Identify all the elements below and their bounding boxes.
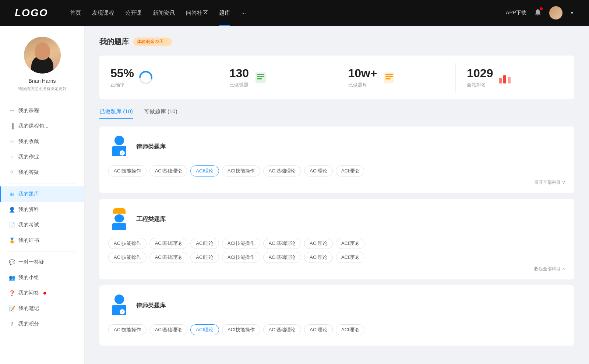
sidebar-item-notes[interactable]: 📝 我的笔记 bbox=[0, 301, 84, 316]
group-icon: 👥 bbox=[9, 275, 15, 281]
profile-avatar bbox=[24, 37, 61, 74]
tag-1-2[interactable]: ACI基础理论 bbox=[149, 165, 188, 176]
stat-done-questions: 130 已做试题 bbox=[218, 63, 337, 92]
tag-2-11[interactable]: ACI技能操作 bbox=[222, 252, 260, 263]
done-banks-icon bbox=[382, 70, 396, 85]
tag-2-9[interactable]: ACI基础理论 bbox=[149, 252, 188, 263]
sidebar-item-topic-bank[interactable]: ⊞ 我的题库 bbox=[0, 186, 84, 202]
sidebar-menu: ▭ 我的课程 ▐ 我的课程包... ☆ 我的收藏 ≡ 我的作业 ? 我的答疑 ⊞ bbox=[0, 99, 84, 335]
nav-home[interactable]: 首页 bbox=[70, 8, 81, 18]
trial-badge: 体验剩余23天！ bbox=[133, 38, 172, 46]
tag-1-7[interactable]: ACI理论 bbox=[336, 165, 364, 176]
nav-qa[interactable]: 问答社区 bbox=[186, 8, 208, 18]
note-icon: 📝 bbox=[9, 306, 15, 311]
stat-done-banks: 10w+ 已做题库 bbox=[337, 63, 456, 92]
tag-2-8[interactable]: ACI技能操作 bbox=[108, 252, 147, 263]
svg-rect-11 bbox=[503, 75, 506, 83]
tag-3-2[interactable]: ACI基础理论 bbox=[149, 324, 188, 335]
avatar-image bbox=[24, 37, 61, 74]
logo: LOGO bbox=[15, 7, 48, 19]
profile-motto: 错误的决定比没有决定要好 bbox=[18, 86, 67, 92]
tag-3-5[interactable]: ACI基础理论 bbox=[263, 324, 301, 335]
tag-2-3[interactable]: ACI理论 bbox=[190, 238, 219, 249]
stat-done-banks-value: 10w+ bbox=[348, 67, 377, 80]
topic-3-tags: ACI技能操作 ACI基础理论 ACI理论 ACI技能操作 ACI基础理论 AC… bbox=[108, 324, 565, 335]
sidebar-item-course-package[interactable]: ▐ 我的课程包... bbox=[0, 118, 84, 134]
topic-3-title: 律师类题库 bbox=[136, 302, 166, 310]
nav-news[interactable]: 新闻资讯 bbox=[153, 8, 175, 18]
menu-divider-1 bbox=[7, 183, 77, 183]
profile-name: Brian Harris bbox=[29, 78, 56, 84]
tab-done-banks[interactable]: 已做题库 (10) bbox=[99, 108, 133, 119]
tag-2-6[interactable]: ACI理论 bbox=[304, 238, 333, 249]
tag-1-5[interactable]: ACI基础理论 bbox=[263, 165, 301, 176]
page-title: 我的题库 bbox=[99, 37, 129, 47]
tag-3-6[interactable]: ACI理论 bbox=[304, 324, 333, 335]
tag-2-14[interactable]: ACI理论 bbox=[336, 252, 364, 263]
topic-card-1-header: ✓ 律师类题库 bbox=[108, 134, 565, 160]
stat-done-questions-text: 130 已做试题 bbox=[229, 67, 249, 88]
topic-card-1: ✓ 律师类题库 ACI技能操作 ACI基础理论 ACI理论 ACI技能操作 AC… bbox=[99, 126, 574, 193]
svg-rect-9 bbox=[385, 78, 391, 79]
stat-ranking-value: 1029 bbox=[467, 67, 493, 80]
tag-2-12[interactable]: ACI基础理论 bbox=[263, 252, 301, 263]
chat-icon: 💬 bbox=[9, 259, 15, 265]
expand-link-1[interactable]: 展开全部科目 ∨ bbox=[108, 179, 565, 186]
engineer-helmet bbox=[113, 208, 126, 214]
nav-more[interactable]: ··· bbox=[241, 8, 246, 18]
stat-done-questions-value: 130 bbox=[229, 67, 249, 80]
topic-1-icon-wrapper: ✓ bbox=[108, 134, 130, 160]
tag-2-4[interactable]: ACI技能操作 bbox=[222, 238, 260, 249]
sidebar-item-one-on-one[interactable]: 💬 一对一答疑 bbox=[0, 254, 84, 270]
nav-topic-bank[interactable]: 题库 bbox=[219, 8, 230, 18]
notification-bell[interactable] bbox=[534, 8, 542, 18]
sidebar-item-points[interactable]: 🎖 我的积分 bbox=[0, 316, 84, 332]
nav-open-course[interactable]: 公开课 bbox=[125, 8, 142, 18]
avatar-dropdown-icon[interactable]: ▼ bbox=[570, 10, 574, 15]
sidebar-item-exam[interactable]: 📄 我的考试 bbox=[0, 217, 84, 233]
nav-discover[interactable]: 发现课程 bbox=[92, 8, 114, 18]
user-avatar[interactable] bbox=[549, 6, 562, 19]
accuracy-chart-icon bbox=[138, 70, 153, 85]
tag-1-1[interactable]: ACI技能操作 bbox=[108, 165, 147, 176]
sidebar-item-certificate[interactable]: 🏅 我的证书 bbox=[0, 233, 84, 248]
app-download-button[interactable]: APP下载 bbox=[506, 10, 526, 16]
topic-1-title: 律师类题库 bbox=[136, 143, 166, 151]
tab-available-banks[interactable]: 可做题库 (10) bbox=[144, 108, 177, 119]
tag-2-5[interactable]: ACI基础理论 bbox=[263, 238, 301, 249]
tag-2-1[interactable]: ACI技能操作 bbox=[108, 238, 147, 249]
tag-3-3[interactable]: ACI理论 bbox=[190, 324, 219, 335]
tag-2-7[interactable]: ACI理论 bbox=[336, 238, 364, 249]
svg-rect-8 bbox=[385, 76, 393, 77]
tag-3-7[interactable]: ACI理论 bbox=[336, 324, 364, 335]
engineer-icon-1 bbox=[110, 208, 128, 230]
topic-2-title: 工程类题库 bbox=[136, 215, 166, 223]
main-layout: Brian Harris 错误的决定比没有决定要好 ▭ 我的课程 ▐ 我的课程包… bbox=[0, 26, 589, 364]
tag-2-2[interactable]: ACI基础理论 bbox=[149, 238, 188, 249]
tag-2-10[interactable]: ACI理论 bbox=[190, 252, 219, 263]
stat-done-banks-label: 已做题库 bbox=[348, 82, 377, 88]
lawyer-badge-3: ✓ bbox=[120, 309, 125, 314]
sidebar-item-homework[interactable]: ≡ 我的作业 bbox=[0, 149, 84, 165]
tag-3-1[interactable]: ACI技能操作 bbox=[108, 324, 147, 335]
sidebar-item-my-qa[interactable]: ❓ 我的问答 bbox=[0, 285, 84, 301]
stat-done-questions-label: 已做试题 bbox=[229, 82, 249, 88]
tag-1-4[interactable]: ACI技能操作 bbox=[222, 165, 260, 176]
sidebar-item-my-course[interactable]: ▭ 我的课程 bbox=[0, 103, 84, 118]
user-icon: 👤 bbox=[9, 207, 15, 213]
sidebar-item-favorites[interactable]: ☆ 我的收藏 bbox=[0, 134, 84, 149]
tag-3-4[interactable]: ACI技能操作 bbox=[222, 324, 260, 335]
stat-accuracy-text: 55% 正确率 bbox=[110, 67, 134, 88]
tag-1-3[interactable]: ACI理论 bbox=[190, 165, 219, 176]
tag-2-13[interactable]: ACI理论 bbox=[304, 252, 333, 263]
collapse-link-2[interactable]: 收起全部科目 ∧ bbox=[108, 266, 565, 272]
sidebar-item-profile[interactable]: 👤 我的资料 bbox=[0, 202, 84, 217]
stat-done-banks-text: 10w+ 已做题库 bbox=[348, 67, 377, 88]
lawyer-head-1 bbox=[114, 136, 124, 145]
sidebar-item-questions[interactable]: ? 我的答疑 bbox=[0, 165, 84, 180]
sidebar-item-group[interactable]: 👥 我的小组 bbox=[0, 270, 84, 285]
qa-notification-dot bbox=[43, 292, 46, 295]
star-icon: ☆ bbox=[9, 139, 15, 144]
tag-1-6[interactable]: ACI理论 bbox=[304, 165, 333, 176]
stat-accuracy-value: 55% bbox=[110, 67, 134, 80]
